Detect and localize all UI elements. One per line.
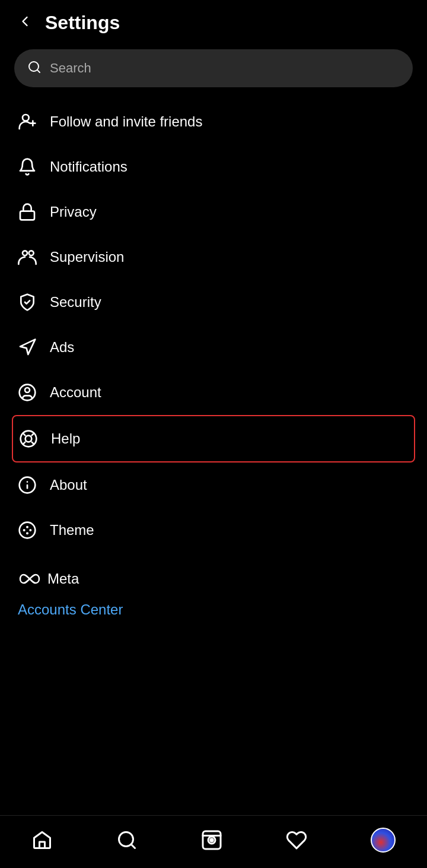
meta-section: Meta Accounts Center: [0, 553, 427, 630]
menu-item-about[interactable]: About: [0, 462, 427, 508]
svg-point-23: [26, 532, 28, 534]
menu-item-help[interactable]: Help: [12, 415, 415, 462]
shield-check-icon: [18, 293, 37, 312]
svg-line-15: [23, 442, 26, 445]
svg-point-28: [211, 839, 214, 842]
svg-point-2: [23, 115, 29, 121]
menu-label-notifications: Notifications: [50, 159, 128, 175]
person-circle-icon: [18, 383, 37, 402]
search-container: [0, 41, 427, 99]
svg-line-13: [32, 442, 34, 445]
svg-point-7: [29, 251, 34, 255]
menu-item-follow[interactable]: Follow and invite friends: [0, 99, 427, 144]
menu-item-account[interactable]: Account: [0, 370, 427, 415]
menu-item-theme[interactable]: Theme: [0, 508, 427, 553]
lock-icon: [18, 202, 37, 221]
menu-label-about: About: [50, 477, 87, 493]
nav-reels[interactable]: [189, 826, 234, 854]
page-title: Settings: [45, 12, 120, 34]
menu-label-security: Security: [50, 294, 101, 311]
search-input[interactable]: [50, 61, 400, 76]
menu-label-follow: Follow and invite friends: [50, 113, 202, 130]
home-icon: [31, 829, 53, 851]
settings-menu: Follow and invite friends Notifications …: [0, 99, 427, 553]
heart-icon: [286, 829, 307, 851]
svg-point-21: [29, 529, 31, 531]
palette-icon: [18, 521, 37, 540]
back-button[interactable]: [14, 11, 36, 35]
menu-label-ads: Ads: [50, 339, 74, 356]
search-bar[interactable]: [14, 49, 413, 87]
menu-label-theme: Theme: [50, 522, 94, 538]
menu-item-notifications[interactable]: Notifications: [0, 144, 427, 189]
info-circle-icon: [18, 476, 37, 495]
svg-point-6: [23, 251, 27, 255]
svg-line-1: [37, 70, 40, 72]
menu-item-supervision[interactable]: Supervision: [0, 235, 427, 280]
svg-point-19: [20, 522, 36, 538]
add-person-icon: [18, 112, 37, 131]
meta-logo-icon: [18, 571, 42, 587]
search-icon: [27, 60, 42, 77]
supervision-icon: [18, 248, 37, 267]
nav-likes[interactable]: [274, 826, 319, 854]
search-nav-icon: [116, 829, 138, 851]
svg-point-20: [26, 526, 28, 528]
meta-logo-text: Meta: [47, 571, 79, 587]
nav-search[interactable]: [104, 826, 149, 854]
reels-icon: [201, 829, 222, 851]
lifebuoy-icon: [19, 429, 38, 448]
menu-label-account: Account: [50, 384, 101, 401]
svg-line-25: [131, 844, 135, 848]
svg-line-14: [32, 433, 34, 436]
bottom-navigation: [0, 815, 427, 868]
nav-profile[interactable]: [359, 824, 407, 856]
svg-point-9: [25, 388, 30, 392]
accounts-center-link[interactable]: Accounts Center: [18, 595, 409, 624]
meta-logo: Meta: [18, 571, 409, 587]
menu-item-ads[interactable]: Ads: [0, 325, 427, 370]
menu-item-security[interactable]: Security: [0, 280, 427, 325]
menu-label-help: Help: [51, 430, 80, 447]
menu-label-supervision: Supervision: [50, 249, 124, 265]
megaphone-icon: [18, 338, 37, 357]
svg-line-12: [23, 433, 26, 436]
svg-point-22: [23, 529, 26, 531]
bell-icon: [18, 157, 37, 176]
svg-rect-5: [20, 211, 34, 220]
profile-avatar: [371, 828, 396, 853]
menu-label-privacy: Privacy: [50, 204, 97, 220]
nav-home[interactable]: [20, 826, 65, 854]
menu-item-privacy[interactable]: Privacy: [0, 189, 427, 235]
svg-point-11: [26, 436, 32, 442]
header: Settings: [0, 0, 427, 41]
